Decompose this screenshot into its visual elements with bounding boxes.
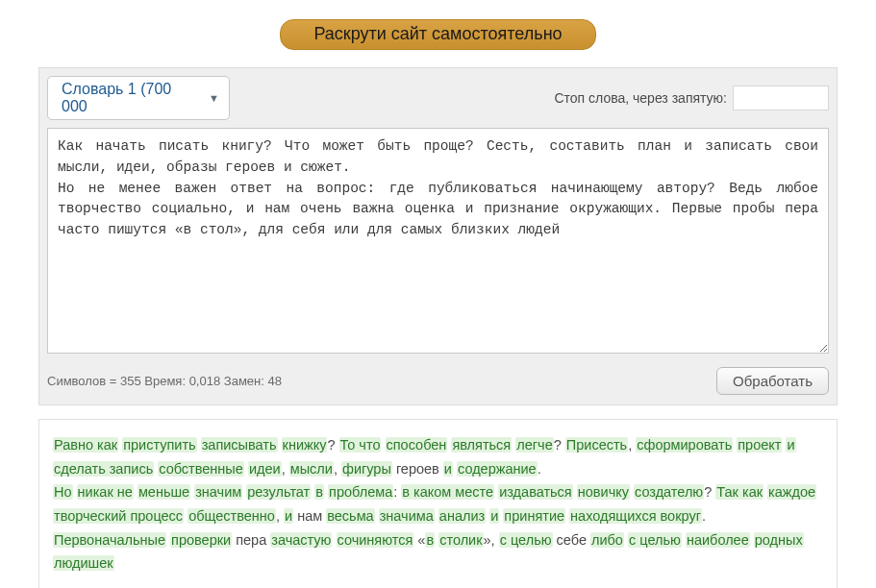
replaced-token: издаваться xyxy=(498,484,573,500)
process-button[interactable]: Обработать xyxy=(716,367,829,395)
replaced-token: творческий процесс xyxy=(53,508,184,524)
replaced-token: Присесть xyxy=(565,437,628,453)
plain-token: пера xyxy=(232,532,270,548)
stop-words-input[interactable] xyxy=(733,86,829,110)
replaced-token: сочиняются xyxy=(337,532,414,548)
replaced-token: легче xyxy=(515,437,553,453)
replaced-token: проверки xyxy=(170,532,232,548)
replaced-token: Равно как xyxy=(53,437,118,453)
dictionary-select[interactable]: Словарь 1 (700 000 ▼ xyxy=(47,76,230,120)
replaced-token: мысли xyxy=(289,461,334,477)
replaced-token: книжку xyxy=(282,437,328,453)
dictionary-selected-label: Словарь 1 (700 000 xyxy=(62,81,199,115)
replaced-token: родных xyxy=(754,532,804,548)
plain-token xyxy=(332,532,336,548)
plain-token: . xyxy=(538,461,541,477)
replaced-token: меньше xyxy=(138,484,190,500)
replaced-token: сформировать xyxy=(636,437,733,453)
plain-token: себе xyxy=(553,532,590,548)
promo-banner[interactable]: Раскрути сайт самостоятельно xyxy=(280,19,595,50)
replaced-token: каждое xyxy=(767,484,816,500)
plain-token: « xyxy=(413,532,425,548)
chevron-down-icon: ▼ xyxy=(209,92,219,104)
source-textarea[interactable] xyxy=(47,128,829,354)
replaced-token: и xyxy=(786,437,795,453)
replaced-token: никак не xyxy=(77,484,134,500)
replaced-token: принятие xyxy=(503,508,565,524)
replaced-token: новичку xyxy=(577,484,630,500)
replaced-token: и xyxy=(443,461,453,477)
replaced-token: с целью xyxy=(628,532,682,548)
replaced-token: фигуры xyxy=(341,461,392,477)
replaced-token: значима xyxy=(379,508,435,524)
replaced-token: приступить xyxy=(122,437,196,453)
replaced-token: значим xyxy=(194,484,242,500)
stop-words-label: Стоп слова, через запятую: xyxy=(554,90,727,106)
plain-token: . xyxy=(702,508,706,524)
promo-banner-text: Раскрути сайт самостоятельно xyxy=(313,24,562,43)
replaced-token: наиболее xyxy=(686,532,750,548)
plain-token: ? xyxy=(554,437,565,453)
replaced-token: способен xyxy=(386,437,448,453)
replaced-token: Но xyxy=(53,484,73,500)
replaced-token: То что xyxy=(339,437,382,453)
replaced-token: в xyxy=(314,484,324,500)
replaced-token: с целью xyxy=(499,532,553,548)
plain-token: , xyxy=(628,437,636,453)
replaced-token: людишек xyxy=(53,555,114,571)
stats-text: Символов = 355 Время: 0,018 Замен: 48 xyxy=(47,374,282,388)
replaced-token: либо xyxy=(590,532,624,548)
replaced-token: в каком месте xyxy=(401,484,494,500)
replaced-token: Первоначальные xyxy=(53,532,166,548)
plain-token xyxy=(73,484,77,500)
replaced-token: создателю xyxy=(634,484,704,500)
replaced-token: проблема xyxy=(328,484,393,500)
plain-token: нам xyxy=(293,508,326,524)
replaced-token: и xyxy=(284,508,293,524)
plain-token xyxy=(278,437,282,453)
replaced-token: столик xyxy=(438,532,483,548)
replaced-token: в xyxy=(425,532,435,548)
replaced-token: общественно xyxy=(188,508,276,524)
replaced-token: зачастую xyxy=(270,532,332,548)
output-panel: Равно как приступить записывать книжку? … xyxy=(38,419,838,588)
replaced-token: собственные xyxy=(158,461,244,477)
controls-row: Словарь 1 (700 000 ▼ Стоп слова, через з… xyxy=(47,76,829,120)
plain-token xyxy=(381,437,385,453)
plain-token: ? xyxy=(327,437,338,453)
replaced-token: сделать запись xyxy=(53,461,154,477)
replaced-token: являться xyxy=(451,437,512,453)
replaced-token: Так как xyxy=(715,484,763,500)
replaced-token: находящихся вокруг xyxy=(569,508,702,524)
replaced-token: результат xyxy=(246,484,311,500)
rewriter-panel: Словарь 1 (700 000 ▼ Стоп слова, через з… xyxy=(38,67,838,405)
replaced-token: проект xyxy=(737,437,782,453)
replaced-token: содержание xyxy=(457,461,538,477)
plain-token: ? xyxy=(704,484,715,500)
replaced-token: и xyxy=(489,508,499,524)
replaced-token: записывать xyxy=(201,437,278,453)
plain-token: , xyxy=(334,461,341,477)
plain-token: , xyxy=(282,461,289,477)
action-row: Символов = 355 Время: 0,018 Замен: 48 Об… xyxy=(47,367,829,395)
replaced-token: анализ xyxy=(438,508,486,524)
plain-token: , xyxy=(276,508,284,524)
plain-token: », xyxy=(484,532,499,548)
replaced-token: весьма xyxy=(326,508,374,524)
replaced-token: идеи xyxy=(248,461,282,477)
plain-token: героев xyxy=(392,461,443,477)
